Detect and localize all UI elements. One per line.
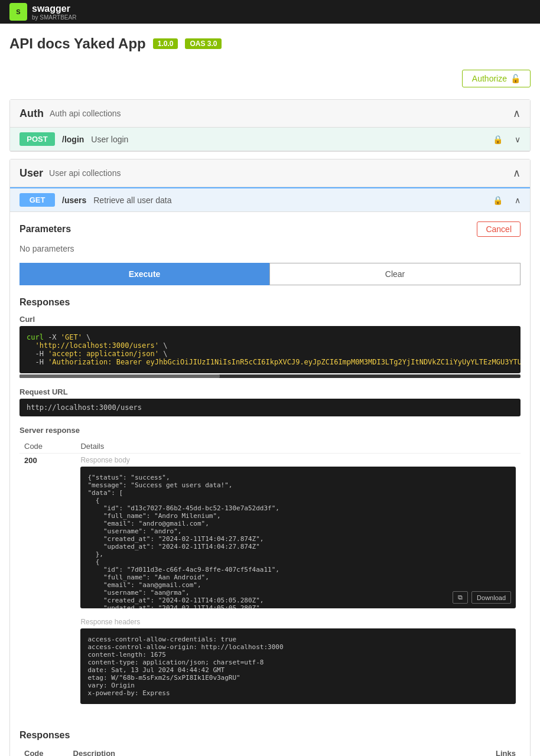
request-url-section: Request URL http://localhost:3000/users: [19, 387, 521, 416]
action-buttons: Execute Clear: [19, 263, 521, 285]
response-body-actions: ⧉ Download: [453, 591, 511, 604]
user-title-group: User User api collections: [19, 167, 121, 180]
post-method-badge: POST: [19, 132, 55, 146]
version-badge: 1.0.0: [153, 38, 178, 49]
user-section-body: GET /users Retrieve all user data 🔒 ∧ Pa…: [10, 187, 530, 756]
response-headers-box: access-control-allow-credentials: true a…: [80, 628, 516, 704]
request-url-box: http://localhost:3000/users: [19, 399, 521, 416]
auth-section-subtitle: Auth api collections: [50, 109, 121, 118]
curl-section: Curl curl -X 'GET' \ 'http://localhost:3…: [19, 315, 521, 378]
navbar: S swagger by SMARTBEAR: [0, 0, 540, 24]
execute-button[interactable]: Execute: [19, 263, 269, 285]
request-url-label: Request URL: [19, 387, 521, 396]
auth-section: Auth Auth api collections ∧ POST /login …: [9, 99, 531, 152]
desc-col-header: Description: [69, 745, 458, 756]
params-title: Parameters: [19, 224, 71, 234]
get-users-expand-icon: ∧: [515, 195, 521, 205]
swagger-icon: S: [9, 3, 27, 21]
svg-text:S: S: [16, 8, 20, 15]
response-details: Response body {"status": "success", "mes…: [76, 454, 521, 721]
authorize-area: Authorize 🔓: [9, 70, 531, 87]
get-users-path: /users: [62, 195, 86, 205]
get-method-badge: GET: [19, 193, 55, 207]
auth-section-body: POST /login User login 🔒 ∨: [10, 128, 530, 151]
responses-bottom-table: Code Description Links 200 A list of use…: [19, 745, 521, 756]
auth-chevron-icon: ∧: [513, 107, 521, 120]
clear-button[interactable]: Clear: [269, 263, 521, 285]
curl-box: curl -X 'GET' \ 'http://localhost:3000/u…: [19, 326, 521, 373]
get-users-lock-icon: 🔒: [493, 195, 503, 205]
auth-expand-icon: ∨: [515, 135, 521, 144]
page-title: API docs Yaked App: [9, 35, 146, 52]
table-row: 200 Response body {"status": "success", …: [19, 454, 521, 721]
expanded-endpoint-content: Parameters Cancel No parameters Execute …: [10, 212, 530, 756]
response-code-value: 200: [19, 454, 76, 721]
user-section-title: User: [19, 167, 43, 180]
lock-icon: 🔓: [510, 74, 521, 83]
links-col-header: Links: [458, 745, 521, 756]
response-body-box: {"status": "success", "message": "Succes…: [80, 467, 516, 608]
no-params-text: No parameters: [19, 244, 521, 253]
params-header: Parameters Cancel: [19, 221, 521, 237]
curl-label: Curl: [19, 315, 521, 324]
page-container: API docs Yaked App 1.0.0 OAS 3.0 Authori…: [0, 24, 540, 756]
user-section-header[interactable]: User User api collections ∧: [10, 159, 530, 187]
auth-section-header[interactable]: Auth Auth api collections ∧: [10, 100, 530, 128]
response-table: Code Details 200 Response body {"statu: [19, 439, 521, 721]
download-button[interactable]: Download: [471, 591, 511, 604]
bottom-responses-section: Responses Code Description Links 200: [19, 730, 521, 756]
auth-endpoint-path: /login: [62, 135, 84, 144]
server-response-label: Server response: [19, 426, 521, 435]
auth-title-group: Auth Auth api collections: [19, 107, 121, 120]
user-section-subtitle: User api collections: [49, 168, 121, 178]
request-url-value: http://localhost:3000/users: [27, 403, 142, 412]
bottom-responses-title: Responses: [19, 730, 521, 741]
auth-endpoint-row[interactable]: POST /login User login 🔒 ∨: [10, 128, 530, 151]
code-header: Code: [19, 439, 76, 454]
copy-response-button[interactable]: ⧉: [453, 591, 468, 604]
auth-endpoint-desc: User login: [91, 135, 486, 144]
response-headers-label: Response headers: [80, 618, 516, 626]
user-section: User User api collections ∧ GET /users R…: [9, 159, 531, 756]
cancel-button[interactable]: Cancel: [477, 221, 521, 237]
code-col-header: Code: [19, 745, 69, 756]
get-users-endpoint-row[interactable]: GET /users Retrieve all user data 🔒 ∧: [10, 187, 530, 212]
authorize-button[interactable]: Authorize 🔓: [462, 70, 531, 87]
auth-section-title: Auth: [19, 107, 44, 120]
response-body-label: Response body: [80, 456, 516, 464]
auth-lock-icon: 🔒: [493, 135, 503, 144]
oas-badge: OAS 3.0: [185, 38, 222, 49]
get-users-desc: Retrieve all user data: [93, 195, 486, 205]
api-title-area: API docs Yaked App 1.0.0 OAS 3.0: [9, 35, 531, 52]
navbar-logo: S swagger by SMARTBEAR: [9, 3, 76, 21]
user-chevron-icon: ∧: [513, 167, 521, 180]
server-response-section: Server response Code Details 200: [19, 426, 521, 721]
brand-text: swagger by SMARTBEAR: [32, 4, 76, 21]
details-header: Details: [76, 439, 521, 454]
authorize-label: Authorize: [472, 74, 507, 83]
responses-title: Responses: [19, 297, 521, 308]
